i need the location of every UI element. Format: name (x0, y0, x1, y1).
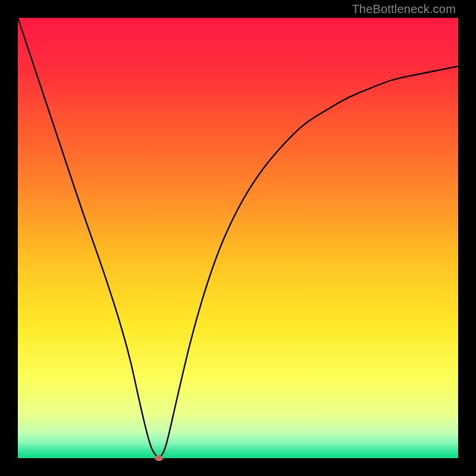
plot-area (18, 18, 458, 458)
watermark-text: TheBottleneck.com (352, 2, 456, 16)
bottleneck-curve (18, 18, 458, 458)
optimum-marker (155, 455, 163, 461)
chart-frame: TheBottleneck.com (0, 0, 476, 476)
